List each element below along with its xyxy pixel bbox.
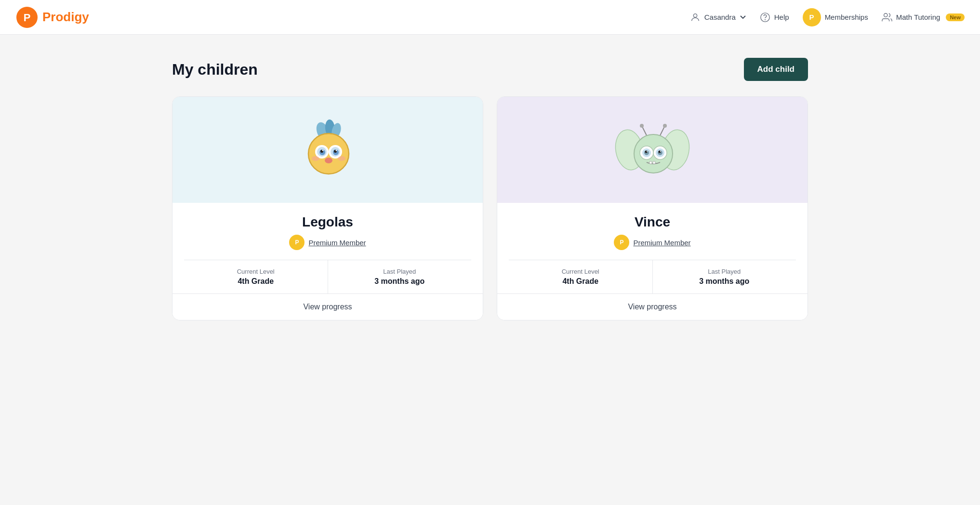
svg-point-30 xyxy=(663,124,667,128)
math-tutoring-icon xyxy=(882,12,892,23)
legolas-card-body: Legolas P Premium Member Current Level 4… xyxy=(172,203,483,293)
legolas-last-played: Last Played 3 months ago xyxy=(328,260,472,293)
svg-point-18 xyxy=(322,150,324,151)
chevron-down-icon xyxy=(740,14,746,21)
user-icon xyxy=(690,12,701,23)
logo[interactable]: P Prodigy xyxy=(15,6,89,29)
vince-last-played: Last Played 3 months ago xyxy=(653,260,796,293)
legolas-avatar-bg xyxy=(172,97,483,203)
legolas-membership-badge-icon: P xyxy=(289,235,305,250)
svg-point-28 xyxy=(640,124,644,128)
math-tutoring-nav-item[interactable]: Math Tutoring New xyxy=(882,12,965,23)
legolas-premium-link[interactable]: Premium Member xyxy=(308,239,366,247)
vince-membership-badge-icon: P xyxy=(614,235,629,250)
vince-level-label: Current Level xyxy=(515,268,647,275)
page-title: My children xyxy=(172,61,258,79)
legolas-played-label: Last Played xyxy=(334,268,466,275)
vince-avatar xyxy=(614,111,691,188)
main-content: My children Add child xyxy=(153,35,827,344)
help-label: Help xyxy=(774,13,789,21)
vince-stats-row: Current Level 4th Grade Last Played 3 mo… xyxy=(509,260,796,293)
vince-played-label: Last Played xyxy=(659,268,791,275)
svg-point-4 xyxy=(765,19,765,20)
header: P Prodigy Casandra Help xyxy=(0,0,980,35)
prodigy-logo-icon: P xyxy=(15,6,39,29)
legolas-view-progress-button[interactable]: View progress xyxy=(172,294,483,320)
vince-membership-row: P Premium Member xyxy=(614,235,690,250)
legolas-card-footer: View progress xyxy=(172,293,483,320)
svg-rect-41 xyxy=(649,161,652,164)
memberships-icon: P xyxy=(803,8,821,27)
help-icon xyxy=(760,12,770,23)
memberships-nav-item[interactable]: P Memberships xyxy=(803,8,868,27)
add-child-button[interactable]: Add child xyxy=(744,58,808,81)
user-name: Casandra xyxy=(704,13,736,21)
svg-point-5 xyxy=(884,13,887,16)
vince-view-progress-button[interactable]: View progress xyxy=(497,294,808,320)
legolas-avatar xyxy=(289,111,366,188)
page-header: My children Add child xyxy=(172,58,808,81)
svg-point-19 xyxy=(336,150,337,151)
help-nav-item[interactable]: Help xyxy=(760,12,789,23)
vince-avatar-bg xyxy=(497,97,808,203)
svg-point-22 xyxy=(338,156,345,161)
svg-point-20 xyxy=(325,158,332,163)
svg-point-2 xyxy=(693,13,697,17)
legolas-membership-row: P Premium Member xyxy=(289,235,366,250)
vince-played-value: 3 months ago xyxy=(659,277,791,286)
logo-text: Prodigy xyxy=(42,10,89,25)
vince-name: Vince xyxy=(635,214,670,230)
legolas-played-value: 3 months ago xyxy=(334,277,466,286)
new-badge: New xyxy=(946,13,965,21)
math-tutoring-label: Math Tutoring xyxy=(896,13,940,21)
legolas-level-value: 4th Grade xyxy=(190,277,322,286)
child-card-legolas: Legolas P Premium Member Current Level 4… xyxy=(172,96,483,320)
child-card-vince: Vince P Premium Member Current Level 4th… xyxy=(497,96,808,320)
svg-point-40 xyxy=(660,151,661,152)
vince-premium-link[interactable]: Premium Member xyxy=(633,239,690,247)
vince-card-footer: View progress xyxy=(497,293,808,320)
vince-level-value: 4th Grade xyxy=(515,277,647,286)
vince-card-body: Vince P Premium Member Current Level 4th… xyxy=(497,203,808,293)
svg-point-21 xyxy=(312,156,319,161)
vince-current-level: Current Level 4th Grade xyxy=(509,260,653,293)
children-grid: Legolas P Premium Member Current Level 4… xyxy=(172,96,808,320)
memberships-label: Memberships xyxy=(825,13,868,21)
svg-rect-42 xyxy=(653,161,655,164)
legolas-stats-row: Current Level 4th Grade Last Played 3 mo… xyxy=(184,260,471,293)
svg-point-39 xyxy=(647,151,648,152)
svg-text:P: P xyxy=(24,12,31,24)
legolas-level-label: Current Level xyxy=(190,268,322,275)
legolas-name: Legolas xyxy=(302,214,353,230)
user-menu[interactable]: Casandra xyxy=(690,12,746,23)
header-nav: Casandra Help P Memberships xyxy=(690,8,965,27)
legolas-current-level: Current Level 4th Grade xyxy=(184,260,328,293)
